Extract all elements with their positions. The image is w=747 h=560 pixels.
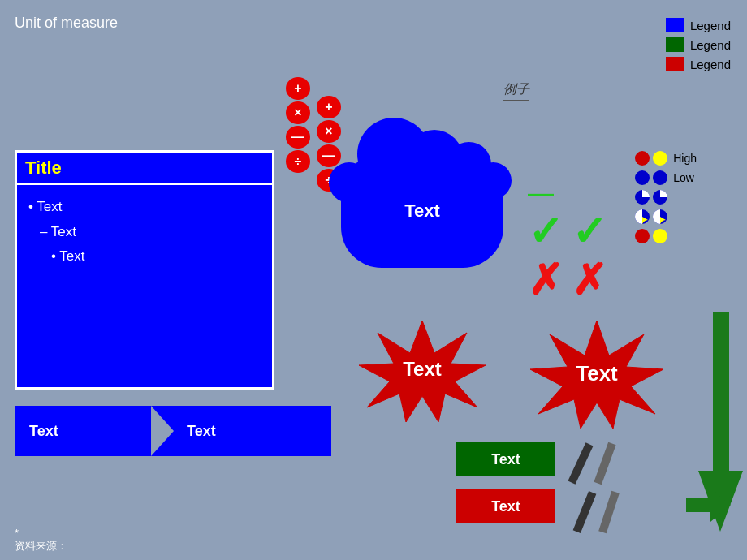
cloud-shape: Text bbox=[341, 154, 503, 268]
svg-point-8 bbox=[635, 170, 650, 185]
bottom-red-circle bbox=[634, 228, 650, 244]
red-box: Text bbox=[456, 489, 555, 523]
legend-item-1: Legend bbox=[666, 18, 731, 32]
high-red-circle bbox=[634, 150, 650, 166]
svg-point-9 bbox=[653, 170, 667, 185]
title-box: Title • Text – Text • Text bbox=[15, 150, 274, 390]
bullet-3: • Text bbox=[28, 244, 261, 269]
svg-marker-5 bbox=[710, 488, 731, 522]
plus-btn-left[interactable]: + bbox=[286, 77, 310, 100]
times-btn-left[interactable]: × bbox=[286, 101, 310, 124]
starburst-left: Text bbox=[349, 317, 495, 422]
unit-label: Unit of measure bbox=[15, 15, 118, 32]
svg-rect-4 bbox=[686, 498, 715, 512]
arrow-right-tip bbox=[309, 406, 331, 456]
svg-rect-2 bbox=[713, 312, 729, 475]
check-mark-1: ✓ bbox=[528, 210, 563, 252]
pie-row-2 bbox=[634, 209, 697, 225]
red-yellow-row bbox=[634, 228, 697, 244]
arrow-text-1: Text bbox=[15, 423, 151, 440]
bullet-1: • Text bbox=[28, 195, 261, 220]
minus-btn-left[interactable]: — bbox=[286, 126, 310, 149]
check-row: ✓ ✓ bbox=[528, 210, 607, 252]
plus-btn-right[interactable]: + bbox=[317, 96, 341, 118]
cloud-bump-2 bbox=[329, 162, 369, 203]
low-label: Low bbox=[673, 171, 694, 184]
svg-point-6 bbox=[635, 151, 650, 166]
title-body: • Text – Text • Text bbox=[17, 185, 272, 279]
pie-1b bbox=[652, 189, 668, 205]
footer-asterisk: * bbox=[15, 527, 67, 539]
pencil-2 bbox=[594, 442, 615, 485]
cloud-text: Text bbox=[404, 200, 440, 222]
footer-source: 资料来源： bbox=[15, 539, 67, 554]
circle-indicators: High Low bbox=[634, 150, 697, 244]
svg-point-14 bbox=[635, 229, 650, 243]
legend-color-2 bbox=[666, 37, 684, 52]
small-arrow-area bbox=[686, 488, 731, 528]
title-header: Title bbox=[17, 153, 272, 185]
pencil-4 bbox=[598, 491, 620, 534]
pencil-3 bbox=[573, 491, 597, 533]
green-box: Text bbox=[456, 442, 555, 476]
low-row-1: Low bbox=[634, 170, 697, 186]
times-btn-right[interactable]: × bbox=[317, 120, 341, 143]
small-arrow-svg bbox=[686, 488, 731, 524]
pie-1a bbox=[634, 189, 650, 205]
minus-btn-right[interactable]: — bbox=[317, 144, 341, 167]
cloud-container: Text bbox=[341, 154, 520, 284]
pie-2b bbox=[652, 209, 668, 225]
pie-2a bbox=[634, 209, 650, 225]
math-symbols-left: + × — ÷ bbox=[286, 77, 310, 173]
check-mark-2: ✓ bbox=[572, 210, 607, 252]
arrow-text-2: Text bbox=[174, 423, 309, 440]
legend-color-3 bbox=[666, 57, 684, 71]
arrow-row: Text Text bbox=[15, 406, 331, 456]
pencil-1 bbox=[568, 442, 593, 484]
legend-item-2: Legend bbox=[666, 37, 731, 52]
svg-point-7 bbox=[653, 151, 667, 166]
pie-row-1 bbox=[634, 189, 697, 205]
footer: * 资料来源： bbox=[15, 527, 67, 554]
arrow-divider bbox=[151, 406, 174, 456]
legend-item-3: Legend bbox=[666, 57, 731, 71]
divide-btn-left[interactable]: ÷ bbox=[286, 150, 310, 173]
red-box-text: Text bbox=[491, 498, 520, 515]
x-row: ✗ ✗ bbox=[528, 259, 607, 301]
bottom-yellow-circle bbox=[652, 228, 668, 244]
low-blue-circle-2 bbox=[652, 170, 668, 186]
green-box-text: Text bbox=[491, 451, 520, 468]
dash-line: — bbox=[528, 179, 607, 209]
title-text: Title bbox=[25, 157, 62, 178]
high-label: High bbox=[673, 152, 697, 165]
high-yellow-circle bbox=[652, 150, 668, 166]
starburst-left-text: Text bbox=[403, 358, 442, 381]
svg-point-15 bbox=[653, 229, 667, 243]
x-mark-2: ✗ bbox=[572, 259, 607, 301]
cloud-bump-3 bbox=[475, 162, 512, 199]
legend-label-1: Legend bbox=[690, 19, 731, 32]
bullet-2: – Text bbox=[28, 220, 261, 245]
legend: Legend Legend Legend bbox=[666, 18, 731, 76]
check-x-area: — ✓ ✓ ✗ ✗ bbox=[528, 179, 607, 301]
example-label: 例子 bbox=[503, 81, 529, 101]
high-row: High bbox=[634, 150, 697, 166]
legend-label-3: Legend bbox=[690, 58, 731, 71]
x-mark-1: ✗ bbox=[528, 259, 563, 301]
legend-label-2: Legend bbox=[690, 38, 731, 52]
low-blue-circle-1 bbox=[634, 170, 650, 186]
starburst-right: Text bbox=[516, 317, 678, 430]
starburst-right-text: Text bbox=[576, 361, 618, 386]
legend-color-1 bbox=[666, 18, 684, 32]
